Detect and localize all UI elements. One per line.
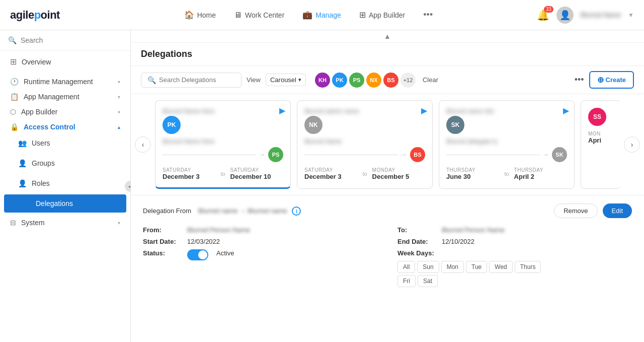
nav-items: 🏠 Home 🖥 Work Center 💼 Manage ⊞ App Buil…	[80, 6, 537, 24]
nav-workcenter[interactable]: 🖥 Work Center	[227, 7, 291, 24]
groups-icon: 👤	[18, 159, 27, 167]
delegation-search-input[interactable]	[159, 76, 235, 84]
appmanagement-collapse-icon: ▾	[118, 94, 120, 100]
day-mon[interactable]: Mon	[441, 261, 464, 273]
create-button[interactable]: ⊕ Create	[589, 71, 634, 89]
day-fri[interactable]: Fri	[397, 275, 416, 287]
runtime-icon: 🕐	[10, 78, 19, 86]
from-label: From:	[143, 226, 183, 234]
card-2-avatars: NK	[304, 116, 425, 134]
from-value: Blurred Person Name	[187, 226, 250, 234]
detail-header: Delegation From Blurred name → Blurred n…	[143, 203, 632, 218]
info-icon[interactable]: i	[292, 207, 301, 216]
delegation-card-2[interactable]: ▶ Blurred admin name NK Blurred Name → B…	[297, 100, 433, 189]
sidebar-item-runtime[interactable]: 🕐 Runtime Management ▾	[0, 73, 130, 88]
status-label: Status:	[143, 249, 183, 257]
card-3-from-avatar: SK	[446, 116, 464, 134]
card-2-from-avatar: NK	[304, 116, 323, 134]
nav-more-button[interactable]: •••	[416, 6, 440, 24]
carousel-cards: ▶ Blurred Name Here PK Blurred Name Here…	[155, 100, 620, 189]
delegation-card-4[interactable]: SS MON Apri	[581, 100, 620, 189]
avatar-ps[interactable]: PS	[349, 73, 364, 88]
carousel-prev-button[interactable]: ‹	[135, 136, 151, 153]
day-wed[interactable]: Wed	[489, 261, 512, 273]
nav-appbuilder[interactable]: ⊞ App Builder	[352, 6, 412, 24]
day-all[interactable]: All	[397, 261, 415, 273]
nav-manage[interactable]: 💼 Manage	[295, 6, 348, 24]
card-1-avatars: PK	[163, 116, 283, 134]
nav-workcenter-label: Work Center	[245, 11, 284, 19]
search-input[interactable]	[21, 36, 122, 44]
search-box-icon: 🔍	[147, 76, 156, 84]
sidebar-search[interactable]: 🔍	[0, 30, 130, 51]
chevron-up-icon[interactable]: ▲	[384, 32, 391, 40]
avatar-pk[interactable]: PK	[332, 73, 347, 88]
card-2-to-day: MONDAY	[372, 167, 425, 173]
card-2-from-date-val: December 3	[304, 173, 357, 180]
sidebar-item-accesscontrol[interactable]: 🔒 Access Control ▴	[0, 118, 130, 133]
sidebar-item-appmanagement[interactable]: 📋 App Management ▾	[0, 88, 130, 103]
user-name[interactable]: Blurred Name	[581, 11, 621, 19]
sidebar-item-delegations[interactable]: 👤 Delegations	[4, 194, 126, 213]
sidebar-item-groups[interactable]: 👤 Groups	[0, 153, 130, 173]
carousel-container: ‹ ▶ Blurred Name Here PK Blurred Name He…	[131, 94, 644, 195]
weekdays-label: Week Days:	[397, 249, 438, 257]
manage-icon: 💼	[302, 10, 312, 20]
overview-icon: ⊞	[10, 57, 17, 66]
search-box[interactable]: 🔍	[141, 73, 242, 88]
card-3-dates: THURSDAY June 30 to THURSDAY April 2	[446, 167, 567, 180]
nav-home[interactable]: 🏠 Home	[177, 6, 223, 24]
card-2-from-name: Blurred admin name	[304, 108, 425, 115]
avatar-more[interactable]: +12	[400, 73, 416, 88]
card-2-dates: SATURDAY December 3 to MONDAY December 5	[304, 167, 425, 180]
sidebar: 🔍 ⊞ Overview 🕐 Runtime Management ▾ 📋 Ap…	[0, 30, 131, 342]
toolbar: 🔍 View Carousel ▾ KH PK PS NX BS +12 Cle…	[131, 66, 644, 94]
day-sun[interactable]: Sun	[417, 261, 439, 273]
sidebar-item-roles[interactable]: 👤 Roles	[0, 173, 130, 193]
notification-badge: 33	[544, 6, 553, 13]
delegation-card-3[interactable]: ▶ Blurred name info SK Blurred delegate …	[439, 100, 575, 189]
chevron-down-icon[interactable]: ▼	[628, 12, 634, 19]
logo-text: agilepoint	[10, 9, 60, 22]
sidebar-item-system[interactable]: ⊟ System ▾	[0, 214, 130, 229]
day-thurs[interactable]: Thurs	[515, 261, 541, 273]
sidebar-item-users[interactable]: 👥 Users	[0, 133, 130, 153]
card-3-to-date: THURSDAY April 2	[514, 167, 567, 180]
card-1-from-day: SATURDAY	[163, 167, 215, 173]
view-dropdown[interactable]: Carousel ▾	[266, 74, 306, 86]
to-label: To:	[397, 226, 438, 234]
card-3-from-date: THURSDAY June 30	[446, 167, 499, 180]
day-sat[interactable]: Sat	[418, 275, 438, 287]
page-header: Delegations	[131, 43, 644, 66]
delegation-card-1[interactable]: ▶ Blurred Name Here PK Blurred Name Here…	[155, 100, 291, 189]
detail-grid: From: Blurred Person Name Start Date: 12…	[143, 226, 632, 289]
avatar-bs[interactable]: BS	[383, 73, 398, 88]
carousel-next-button[interactable]: ›	[624, 136, 640, 153]
notification-button[interactable]: 🔔 33	[537, 9, 549, 21]
logo-dot: p	[34, 9, 41, 21]
remove-button[interactable]: Remove	[554, 203, 597, 218]
card-2-from-day: SATURDAY	[304, 167, 357, 173]
from-row: From: Blurred Person Name	[143, 226, 377, 234]
card-1-to-date-val: December 10	[230, 173, 283, 180]
card-3-from-date-val: June 30	[446, 173, 499, 180]
week-days-row-1: All Sun Mon Tue Wed Thurs	[397, 261, 632, 273]
create-label: Create	[606, 76, 626, 84]
avatar-nx[interactable]: NX	[366, 73, 381, 88]
card-2-arrow-line	[304, 155, 398, 155]
lock-icon: 🔒	[10, 123, 19, 131]
sidebar-item-overview[interactable]: ⊞ Overview	[0, 51, 130, 73]
status-toggle[interactable]	[187, 249, 208, 260]
card-1-to-day: SATURDAY	[230, 167, 283, 173]
card-3-from-day: THURSDAY	[446, 167, 499, 173]
edit-button[interactable]: Edit	[603, 203, 632, 218]
more-options-button[interactable]: •••	[575, 75, 584, 85]
view-label: View	[247, 76, 261, 84]
sidebar-item-appbuilder[interactable]: ⬡ App Builder ▾	[0, 103, 130, 118]
day-tue[interactable]: Tue	[466, 261, 487, 273]
card-1-dates: SATURDAY December 3 to SATURDAY December…	[163, 167, 283, 180]
card-1-arrow-line	[163, 155, 256, 155]
weekdays-row: Week Days:	[397, 249, 632, 257]
avatar-kh[interactable]: KH	[315, 73, 330, 88]
clear-button[interactable]: Clear	[423, 76, 438, 84]
